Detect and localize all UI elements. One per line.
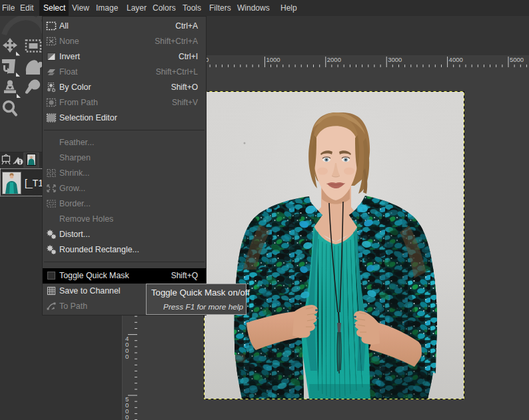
svg-text:2000: 2000 bbox=[327, 56, 341, 63]
svg-text:0: 0 bbox=[125, 413, 129, 420]
svg-text:3000: 3000 bbox=[388, 56, 402, 63]
svg-text:0: 0 bbox=[125, 353, 129, 360]
svg-text:5000: 5000 bbox=[510, 56, 524, 63]
svg-text:1000: 1000 bbox=[266, 56, 280, 63]
svg-text:4000: 4000 bbox=[449, 56, 463, 63]
